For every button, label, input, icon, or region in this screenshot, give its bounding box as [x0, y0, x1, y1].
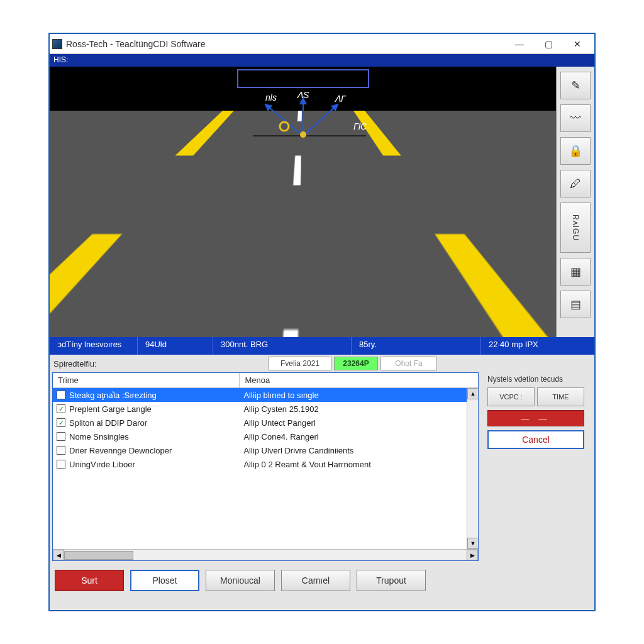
- steering-popup: Dinck Ariver Rome angle steeering angle!…: [81, 224, 339, 318]
- row-value: Allip Cysten 25.1902: [240, 404, 478, 414]
- filter-field-2[interactable]: 23264P: [334, 357, 378, 370]
- viewport-row: nls ɅS ɅΓ ΓlC Dinck Ariver Rome angle st…: [50, 67, 594, 337]
- monitor-icon: [97, 265, 122, 283]
- status-cell: 300nnt. BRG: [213, 337, 352, 355]
- popup-line: Onc un st cande whisl angur services y /…: [141, 247, 321, 256]
- result-table: Trime Menoa Steakg aţnẚla :SıreztingAlli…: [52, 372, 479, 561]
- table-column-header[interactable]: Menoa: [240, 373, 478, 387]
- checkbox[interactable]: ✓: [57, 404, 65, 413]
- table-row[interactable]: Steakg aţnẚla :SıreztingAlliip blıned to…: [53, 388, 478, 402]
- status-cell: ɔdTíny lnesvoıres: [50, 337, 138, 355]
- time-button[interactable]: TIME: [537, 387, 584, 406]
- wave-tool-button[interactable]: 〰: [560, 104, 591, 132]
- checkbox[interactable]: ✓: [57, 418, 65, 427]
- popup-line: Drives anısle angl nevor senics Biocolin…: [141, 267, 321, 276]
- viewport-vector-overlay: nls ɅS ɅΓ ΓlC: [221, 92, 385, 155]
- popup-caption: Seatution: [96, 286, 123, 292]
- table-header: Trime Menoa: [53, 373, 478, 388]
- pen-tool-button[interactable]: 🖊: [560, 170, 591, 197]
- table-row[interactable]: Nome SnsinglesAllip Cone4. Rangerl: [53, 430, 478, 443]
- window-controls: — ▢ ✕: [505, 35, 592, 53]
- camiel-button[interactable]: Camıel: [281, 570, 350, 591]
- row-value: Allip 0 2 Reamt & Vout Harrnoment: [240, 460, 478, 469]
- popup-scrollbar[interactable]: ▲ ▼: [322, 245, 332, 313]
- side-toolbar: ✎ 〰 🔒 🖊 RʌIGU ▦ ▤: [557, 67, 594, 337]
- status-indicator: — —: [487, 410, 584, 426]
- bottom-button-bar: Surt Ploset Monioucal Camıel Trupout: [50, 564, 594, 599]
- scroll-down-icon[interactable]: ▼: [322, 303, 332, 313]
- grid-tool-button[interactable]: ▤: [560, 291, 591, 318]
- surt-button[interactable]: Surt: [55, 570, 124, 591]
- row-value: Allip Ulverl Drivre Candiniients: [240, 446, 478, 455]
- right-panel: Nystels vdetion tecuds VCPC : TIME — — C…: [482, 372, 589, 561]
- row-value: Allip Cone4. Rangerl: [240, 432, 478, 441]
- app-icon: [52, 39, 62, 49]
- checkbox[interactable]: [57, 432, 65, 441]
- status-cell: 22·40 mp IPX: [481, 337, 594, 355]
- popup-body: Seatution Onc un st cande whisl angur se…: [82, 240, 338, 317]
- trupout-button[interactable]: Trupout: [357, 570, 426, 591]
- table-hscrollbar[interactable]: ◀ ▶: [53, 549, 478, 560]
- scroll-up-icon[interactable]: ▲: [467, 388, 478, 399]
- row-label: Steakg aţnẚla :Sırezting: [69, 391, 157, 400]
- filter-field-3[interactable]: Ohot Fa: [380, 357, 437, 370]
- popup-maximize-button[interactable]: ▫: [310, 228, 321, 238]
- lower-area: Trime Menoa Steakg aţnẚla :SıreztingAlli…: [50, 372, 594, 564]
- viewport-top-frame: [237, 69, 369, 88]
- table-vscrollbar[interactable]: ▲ ▼: [467, 388, 478, 549]
- maximize-button[interactable]: ▢: [534, 35, 563, 53]
- table-column-header[interactable]: Trime: [53, 373, 240, 387]
- titlebar: Ross-Tech - TeacltüngCDI Software — ▢ ✕: [50, 34, 594, 54]
- status-cell: 85ry.: [352, 337, 481, 355]
- status-bar: ɔdTíny lnesvoıres 94Uld 300nnt. BRG 85ry…: [50, 337, 594, 355]
- table-row[interactable]: ✓Spliton al DDIP DarorAllip Untect Pange…: [53, 416, 478, 430]
- table-body: Steakg aţnẚla :SıreztingAlliip blıned to…: [53, 388, 478, 560]
- filter-field-1[interactable]: Fvelia 2021: [269, 357, 331, 370]
- checkbox[interactable]: [57, 391, 65, 399]
- application-window: Ross-Tech - TeacltüngCDI Software — ▢ ✕ …: [48, 33, 596, 611]
- edit-tool-button[interactable]: ✎: [560, 72, 591, 99]
- table-row[interactable]: Drier Revennge DewncloperAllip Ulverl Dr…: [53, 443, 478, 457]
- scroll-down-icon[interactable]: ▼: [467, 538, 478, 549]
- table-row[interactable]: UningVırde LiboerAllip 0 2 Reamt & Vout …: [53, 457, 478, 471]
- cancel-button[interactable]: Cancel: [487, 430, 584, 449]
- scroll-right-icon[interactable]: ▶: [467, 550, 478, 560]
- row-label: Preplent Garge Langle: [69, 404, 152, 414]
- popup-line: Coosce Unbo: [141, 276, 321, 285]
- svg-point-5: [300, 131, 306, 138]
- row-value: Alliip blıned to sıngle: [240, 391, 478, 400]
- raigu-tool-button[interactable]: RʌIGU: [560, 203, 591, 253]
- monioucal-button[interactable]: Monioucal: [206, 570, 275, 591]
- row-label: UningVırde Liboer: [69, 460, 135, 469]
- filter-label: Spiredtelfiu:: [52, 359, 266, 369]
- checkbox[interactable]: [57, 446, 65, 455]
- qr-tool-button[interactable]: ▦: [560, 258, 591, 286]
- scroll-thumb[interactable]: [64, 551, 133, 560]
- vector-label: nls: [265, 92, 277, 103]
- popup-minimize-button[interactable]: _: [297, 228, 309, 238]
- svg-point-4: [280, 122, 289, 131]
- popup-titlebar[interactable]: Dinck Ariver Rome angle steeering angle!…: [82, 225, 338, 240]
- lock-tool-button[interactable]: 🔒: [560, 137, 591, 165]
- svg-line-2: [303, 104, 338, 136]
- scroll-left-icon[interactable]: ◀: [53, 550, 64, 560]
- popup-title-text: Dinck Ariver Rome angle steeering angle!: [86, 228, 297, 237]
- vector-label: ɅΓ: [335, 94, 347, 104]
- right-panel-heading: Nystels vdetion tecuds: [487, 375, 584, 384]
- close-button[interactable]: ✕: [563, 35, 592, 53]
- minimize-button[interactable]: —: [505, 35, 534, 53]
- ploset-button[interactable]: Ploset: [130, 570, 199, 591]
- popup-sidebar: Seatution: [87, 244, 131, 313]
- popup-message: Onc un st cande whisl angur services y /…: [136, 244, 333, 313]
- header-bar: HIS:: [50, 54, 594, 67]
- 3d-viewport[interactable]: nls ɅS ɅΓ ΓlC Dinck Ariver Rome angle st…: [50, 67, 557, 337]
- table-row[interactable]: ✓Preplent Garge LangleAllip Cysten 25.19…: [53, 402, 478, 416]
- checkbox[interactable]: [57, 460, 65, 469]
- row-label: Drier Revennge Dewncloper: [69, 446, 172, 455]
- popup-close-button[interactable]: ✕: [323, 228, 334, 238]
- row-value: Allip Untect Pangerl: [240, 418, 478, 428]
- scroll-up-icon[interactable]: ▲: [322, 245, 332, 255]
- vector-label: ɅS: [297, 92, 309, 100]
- status-cell: 94Uld: [138, 337, 213, 355]
- vcpc-button[interactable]: VCPC :: [487, 387, 535, 406]
